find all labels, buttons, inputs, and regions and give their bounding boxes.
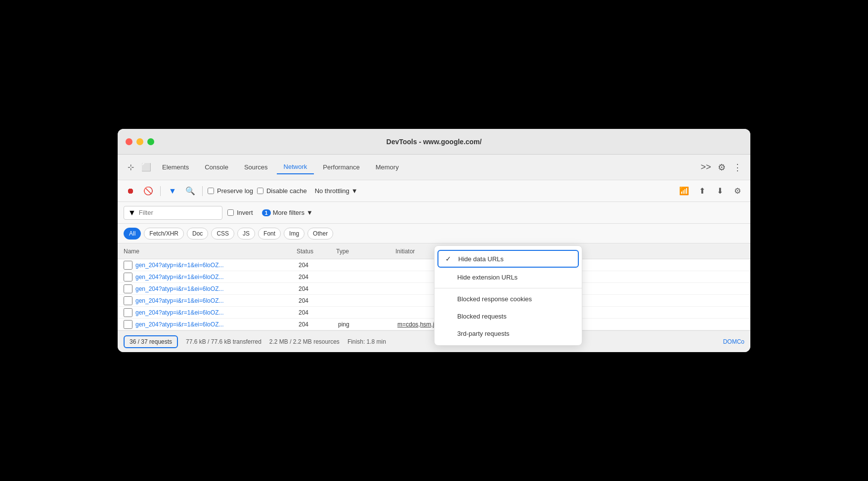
col-header-status[interactable]: Status [297,248,336,255]
more-options-icon[interactable]: ⋮ [731,160,744,174]
settings-icon[interactable]: ⚙ [715,160,729,174]
window-controls [126,138,154,145]
domco-text: DOMCo [723,338,744,345]
type-filter-js[interactable]: JS [237,228,255,240]
tabs-row: ⊹ ⬜ Elements Console Sources Network Per… [118,155,750,180]
transferred-text: 77.6 kB / 77.6 kB transferred [186,338,261,345]
tab-memory[interactable]: Memory [369,160,406,174]
type-filter-row: All Fetch/XHR Doc CSS JS Font Img Other … [118,224,750,243]
row-name-4: gen_204?atyp=i&r=1&ei=6loOZ... [135,297,299,304]
clear-button[interactable]: 🚫 [141,184,155,198]
type-filter-other[interactable]: Other [307,228,333,240]
toolbar-divider-1 [160,186,161,196]
row-status-5: 204 [299,309,338,316]
upload-icon[interactable]: ⬆ [695,184,709,198]
row-status-2: 204 [299,274,338,281]
row-checkbox-1[interactable] [124,261,132,270]
row-status-3: 204 [299,285,338,292]
dropdown-item-hide-extension-urls[interactable]: Hide extension URLs [434,269,582,286]
more-tabs-button[interactable]: >> [699,160,713,174]
minimize-button[interactable] [136,138,143,145]
throttle-dropdown[interactable]: No throttling ▼ [311,185,362,197]
resources-text: 2.2 MB / 2.2 MB resources [269,338,340,345]
requests-count: 36 / 37 requests [124,335,178,348]
preserve-log-label[interactable]: Preserve log [208,187,253,195]
checkmark-icon: ✓ [445,255,453,263]
close-button[interactable] [126,138,132,145]
more-filters-chevron-icon: ▼ [306,209,313,216]
row-checkbox-4[interactable] [124,296,132,305]
window-title: DevTools - www.google.com/ [387,138,482,146]
row-status-1: 204 [299,262,338,269]
filter-badge: 1 [262,209,271,216]
inspect-icon[interactable]: ⬜ [139,160,153,174]
filter-toggle-button[interactable]: ▼ [166,184,179,198]
dropdown-item-blocked-response-cookies[interactable]: Blocked response cookies [434,290,582,308]
type-filter-doc[interactable]: Doc [187,228,208,240]
row-checkbox-3[interactable] [124,284,132,293]
row-name-3: gen_204?atyp=i&r=1&ei=6loOZ... [135,285,299,292]
search-button[interactable]: 🔍 [183,184,197,198]
preserve-log-checkbox[interactable] [208,188,214,194]
tab-network[interactable]: Network [277,160,314,174]
type-filter-font[interactable]: Font [258,228,281,240]
cursor-icon[interactable]: ⊹ [124,160,137,174]
type-filter-img[interactable]: Img [284,228,304,240]
stop-recording-button[interactable]: ⏺ [124,184,137,198]
type-filter-all[interactable]: All [124,228,141,240]
tab-performance[interactable]: Performance [316,160,366,174]
title-bar: DevTools - www.google.com/ [118,129,750,155]
wifi-icon[interactable]: 📶 [677,184,691,198]
dropdown-separator [434,288,582,288]
tab-elements[interactable]: Elements [155,160,196,174]
tab-console[interactable]: Console [198,160,235,174]
row-checkbox-6[interactable] [124,320,132,329]
dropdown-item-blocked-requests[interactable]: Blocked requests [434,308,582,325]
network-settings-icon[interactable]: ⚙ [731,184,744,198]
disable-cache-checkbox[interactable] [257,188,263,194]
devtools-window: DevTools - www.google.com/ ⊹ ⬜ Elements … [118,129,750,352]
more-filters-dropdown: ✓ Hide data URLs Hide extension URLs Blo… [434,245,582,346]
row-checkbox-5[interactable] [124,308,132,317]
dropdown-item-3rd-party-requests[interactable]: 3rd-party requests [434,325,582,342]
row-status-6: 204 [299,321,338,328]
download-icon[interactable]: ⬇ [713,184,727,198]
tab-sources[interactable]: Sources [237,160,275,174]
toolbar-divider-2 [202,186,203,196]
filter-row: ▼ Invert 1 More filters ▼ [118,202,750,224]
col-header-name[interactable]: Name [124,248,297,255]
invert-label[interactable]: Invert [227,209,253,216]
filter-icon: ▼ [128,208,136,217]
col-header-type[interactable]: Type [336,248,395,255]
type-filter-css[interactable]: CSS [211,228,234,240]
row-checkbox-2[interactable] [124,273,132,281]
row-name-2: gen_204?atyp=i&r=1&ei=6loOZ... [135,274,299,281]
filter-input-wrap[interactable]: ▼ [124,206,222,220]
invert-checkbox[interactable] [227,209,234,216]
type-filter-fetchxhr[interactable]: Fetch/XHR [144,228,184,240]
row-status-4: 204 [299,297,338,304]
dropdown-item-hide-data-urls[interactable]: ✓ Hide data URLs [437,250,579,268]
disable-cache-label[interactable]: Disable cache [257,187,307,195]
maximize-button[interactable] [147,138,154,145]
finish-text: Finish: 1.8 min [347,338,386,345]
throttle-chevron-icon: ▼ [351,187,358,195]
more-filters-button[interactable]: 1 More filters ▼ [258,207,317,218]
row-name-1: gen_204?atyp=i&r=1&ei=6loOZ... [135,262,299,269]
row-name-6: gen_204?atyp=i&r=1&ei=6loOZ... [135,321,299,328]
row-type-6: ping [338,321,397,328]
row-name-5: gen_204?atyp=i&r=1&ei=6loOZ... [135,309,299,316]
network-toolbar: ⏺ 🚫 ▼ 🔍 Preserve log Disable cache No th… [118,180,750,202]
filter-input[interactable] [139,209,213,216]
